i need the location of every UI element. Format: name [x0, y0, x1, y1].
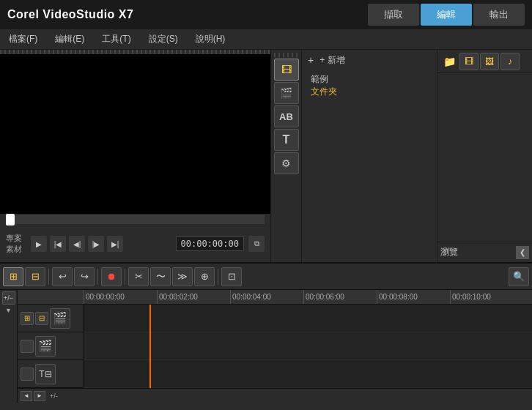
clip-label: 素材 — [6, 244, 22, 255]
browse-label[interactable]: 瀏覽 — [440, 246, 458, 258]
menu-help[interactable]: 說明(H) — [193, 31, 229, 47]
add-track-button[interactable]: +/− — [2, 291, 15, 305]
media-toolbar: + + 新增 — [305, 53, 434, 67]
timecode-display: 00:00:00:00 — [176, 236, 244, 251]
video-track-icon: ⊞ — [21, 312, 34, 325]
photo-button[interactable]: 🖼 — [480, 53, 499, 70]
track-control-label: ▼ — [5, 307, 12, 314]
video-strip-button[interactable]: 🎞 — [274, 59, 299, 81]
title-track-thumb: T⊟ — [35, 364, 56, 384]
toolbar-separator-2 — [97, 269, 98, 285]
tab-output[interactable]: 輸出 — [473, 4, 525, 26]
track-content[interactable] — [84, 305, 532, 388]
tick-1: 00:00:02:00 — [157, 290, 230, 304]
track-label-overlay: 🎬 — [18, 332, 83, 360]
music-button[interactable]: ♪ — [500, 53, 520, 70]
tick-0: 00:00:00:00 — [84, 290, 157, 304]
folder-link[interactable]: 文件夾 — [311, 86, 434, 98]
menu-settings[interactable]: 設定(S) — [146, 31, 181, 47]
tab-edit[interactable]: 編輯 — [421, 4, 472, 26]
storyboard-view-button[interactable]: ⊟ — [25, 267, 45, 286]
play-button[interactable]: ▶ — [31, 236, 47, 252]
copy-timecode-button[interactable]: ⧉ — [248, 236, 265, 252]
playhead — [149, 305, 151, 388]
title-bar: Corel VideoStudio X7 擷取 編輯 輸出 — [0, 0, 532, 29]
to-end-button[interactable]: ▶| — [107, 236, 123, 252]
overlay-track-thumb: 🎬 — [35, 336, 56, 357]
audio-strip-button[interactable]: 🎬 — [274, 82, 299, 104]
menu-bar: 檔案(F) 編輯(E) 工具(T) 設定(S) 說明(H) — [0, 29, 532, 50]
right-toolbar: 📁 🎞 🖼 ♪ — [437, 50, 532, 73]
speed-button[interactable]: ≫ — [172, 267, 193, 286]
track-labels: ⊞ ⊟ 🎬 🎬 T⊟ — [18, 305, 84, 388]
left-track-controls: +/− ▼ — [0, 290, 18, 403]
subtitle-button[interactable]: ⊡ — [221, 267, 242, 286]
tick-3: 00:00:06:00 — [303, 290, 377, 304]
open-folder-button[interactable]: 📁 — [440, 53, 458, 70]
timeline-ruler: 00:00:00:00 00:00:02:00 00:00:04:00 00:0… — [18, 290, 532, 305]
text-ab-button[interactable]: AB — [274, 105, 299, 127]
scroll-left-button[interactable]: ◄ — [21, 391, 32, 401]
title-track-icon — [21, 368, 34, 381]
progress-bar-container[interactable] — [6, 215, 265, 224]
playback-controls: 專案 素材 ▶ |◀ ◀| |▶ ▶| 00:00:00:00 ⧉ — [0, 225, 270, 262]
media-bottom: 瀏覽 ❮ — [437, 242, 532, 262]
new-label: + 新增 — [319, 54, 344, 67]
tick-5: 00:00:10:00 — [450, 290, 523, 304]
right-panel: 📁 🎞 🖼 ♪ 瀏覽 ❮ — [437, 50, 532, 262]
media-panel: 🎞 🎬 AB T ⚙ + + 新增 範例 文件夾 — [271, 50, 437, 262]
right-content — [437, 73, 532, 242]
trim-button[interactable]: ✂ — [128, 267, 149, 286]
scroll-right-button[interactable]: ► — [34, 391, 45, 401]
preview-panel: 專案 素材 ▶ |◀ ◀| |▶ ▶| 00:00:00:00 ⧉ — [0, 50, 271, 262]
video-track-thumb: 🎬 — [50, 308, 70, 329]
tick-4: 00:00:08:00 — [377, 290, 450, 304]
motion-button[interactable]: ⊕ — [194, 267, 215, 286]
scroll-info: +/- — [50, 392, 58, 400]
project-label: 專案 — [6, 233, 22, 244]
undo-button[interactable]: ↩ — [52, 267, 73, 286]
timeline-toolbar: ⊞ ⊟ ↩ ↪ ⏺ ✂ 〜 ≫ ⊕ ⊡ 🔍 — [0, 264, 532, 290]
next-frame-button[interactable]: |▶ — [88, 236, 104, 252]
add-media-button[interactable]: + — [305, 53, 317, 67]
collapse-panel-button[interactable]: ❮ — [516, 246, 529, 259]
sample-section: 範例 文件夾 — [308, 70, 434, 98]
overlay-track-icon — [21, 340, 34, 353]
tab-capture[interactable]: 擷取 — [368, 4, 419, 26]
sample-label: 範例 — [311, 73, 434, 86]
title-button[interactable]: T — [274, 129, 299, 151]
audio-button[interactable]: 〜 — [150, 267, 171, 286]
timeline-view-button[interactable]: ⊞ — [3, 267, 23, 286]
media-content: + + 新增 範例 文件夾 — [302, 50, 437, 262]
strip-top-sep — [274, 53, 299, 57]
toolbar-separator-4 — [218, 269, 218, 285]
toolbar-separator — [48, 269, 49, 285]
record-button[interactable]: ⏺ — [101, 267, 122, 286]
menu-tools[interactable]: 工具(T) — [99, 31, 133, 47]
menu-edit[interactable]: 編輯(E) — [52, 31, 87, 47]
bottom-controls: ◄ ► +/- — [18, 388, 532, 403]
tab-bar: 擷取 編輯 輸出 — [368, 4, 525, 26]
track-label-video: ⊞ ⊟ 🎬 — [18, 305, 83, 332]
tick-2: 00:00:04:00 — [230, 290, 303, 304]
menu-file[interactable]: 檔案(F) — [6, 31, 40, 47]
toolbar-separator-3 — [125, 269, 125, 285]
video-preview — [0, 54, 270, 214]
video-clip-button[interactable]: 🎞 — [459, 53, 479, 70]
track-label-title: T⊟ — [18, 360, 83, 388]
zoom-in-button[interactable]: 🔍 — [509, 267, 529, 286]
icon-strip: 🎞 🎬 AB T ⚙ — [271, 50, 302, 262]
timeline-body: +/− ▼ 00:00:00:00 00:00:02:00 00:00:04:0… — [0, 290, 532, 403]
to-start-button[interactable]: |◀ — [50, 236, 66, 252]
tracks-container: 00:00:00:00 00:00:02:00 00:00:04:00 00:0… — [18, 290, 532, 403]
main-content: 專案 素材 ▶ |◀ ◀| |▶ ▶| 00:00:00:00 ⧉ 🎞 🎬 AB… — [0, 50, 532, 262]
video-track-icon-2: ⊟ — [35, 312, 48, 325]
progress-thumb[interactable] — [6, 214, 15, 225]
timeline-area: ⊞ ⊟ ↩ ↪ ⏺ ✂ 〜 ≫ ⊕ ⊡ 🔍 +/− ▼ 00:00:00:00 … — [0, 262, 532, 403]
redo-button[interactable]: ↪ — [74, 267, 95, 286]
app-title: Corel VideoStudio X7 — [7, 8, 133, 21]
track-rows: ⊞ ⊟ 🎬 🎬 T⊟ — [18, 305, 532, 388]
prev-frame-button[interactable]: ◀| — [69, 236, 85, 252]
effects-button[interactable]: ⚙ — [274, 152, 299, 174]
